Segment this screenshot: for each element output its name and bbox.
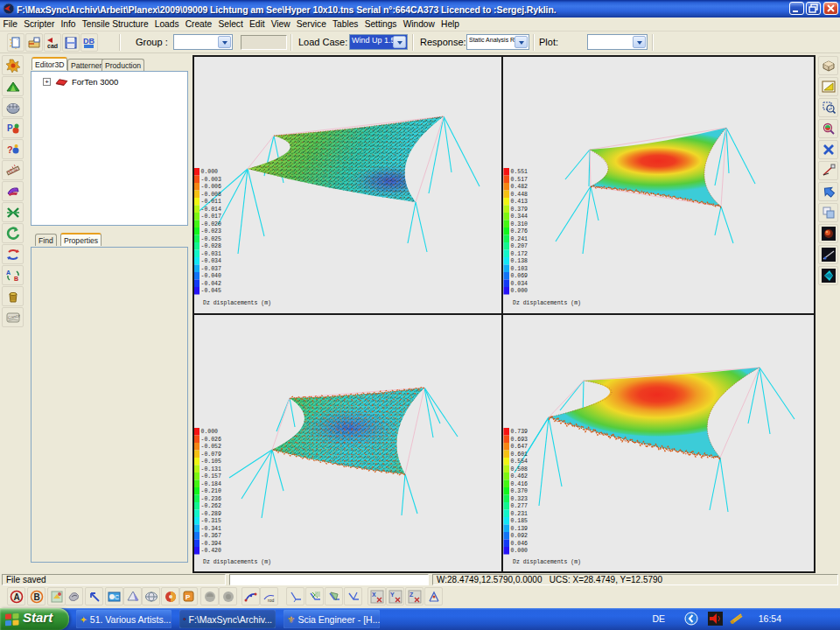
svg-text:-0.341: -0.341 (201, 526, 222, 532)
svg-text:0.739: 0.739 (511, 429, 528, 435)
svg-text:-0.045: -0.045 (201, 288, 222, 294)
svg-text:0.103: 0.103 (511, 266, 528, 272)
svg-text:A: A (6, 270, 10, 276)
svg-text:A: A (13, 592, 19, 601)
svg-text:-0.008: -0.008 (201, 192, 222, 198)
svg-text:-0.040: -0.040 (201, 273, 222, 279)
svg-text:-0.236: -0.236 (201, 496, 222, 502)
svg-text:Z: Z (410, 592, 414, 598)
svg-text:0.379: 0.379 (511, 206, 528, 213)
svg-text:Dz displacements (m): Dz displacements (m) (513, 300, 581, 306)
svg-text:-0.034: -0.034 (201, 258, 222, 264)
svg-text:0.462: 0.462 (511, 473, 528, 480)
svg-text:cad: cad (47, 43, 58, 49)
svg-text:-0.028: -0.028 (201, 243, 222, 249)
svg-text:0.554: 0.554 (511, 458, 528, 465)
svg-text:-0.031: -0.031 (201, 251, 222, 257)
svg-text:?: ? (7, 144, 13, 155)
svg-text:-0.052: -0.052 (201, 444, 222, 450)
svg-text:-0.023: -0.023 (201, 228, 222, 234)
svg-text:-0.131: -0.131 (201, 466, 222, 472)
svg-text:0.601: 0.601 (511, 452, 528, 458)
svg-text:0.092: 0.092 (511, 533, 528, 539)
svg-text:-0.017: -0.017 (201, 214, 222, 220)
svg-text:-0.079: -0.079 (201, 452, 222, 458)
svg-text:-0.420: -0.420 (201, 548, 222, 554)
svg-text:0.413: 0.413 (511, 199, 528, 205)
svg-text:0.000: 0.000 (511, 288, 528, 294)
svg-text:-0.105: -0.105 (201, 458, 222, 465)
svg-text:-0.184: -0.184 (201, 481, 222, 487)
svg-text:0.323: 0.323 (511, 496, 528, 502)
svg-text:0.138: 0.138 (511, 258, 528, 264)
svg-text:0.185: 0.185 (511, 518, 528, 524)
svg-text:-0.037: -0.037 (201, 266, 222, 272)
svg-text:Y: Y (390, 592, 395, 598)
svg-text:0.207: 0.207 (511, 243, 528, 249)
svg-text:X: X (372, 592, 376, 598)
svg-text:0.172: 0.172 (511, 251, 528, 257)
svg-text:0.034: 0.034 (511, 281, 528, 287)
svg-text:Dz displacements (m): Dz displacements (m) (203, 300, 271, 306)
svg-text:-0.026: -0.026 (201, 437, 222, 443)
svg-text:0.277: 0.277 (511, 503, 528, 509)
svg-text:0.000: 0.000 (201, 429, 219, 435)
svg-text:0.508: 0.508 (511, 466, 528, 472)
svg-text:-0.394: -0.394 (201, 541, 222, 547)
svg-text:-0.042: -0.042 (201, 281, 222, 287)
svg-text:-0.003: -0.003 (201, 177, 222, 183)
svg-text:0.448: 0.448 (511, 192, 528, 198)
svg-text:DB: DB (83, 37, 94, 46)
svg-text:0.139: 0.139 (511, 526, 528, 532)
svg-text:0.310: 0.310 (511, 221, 528, 228)
svg-text:-0.210: -0.210 (201, 488, 222, 494)
svg-text:0.241: 0.241 (511, 236, 528, 242)
svg-text:0.344: 0.344 (511, 214, 528, 220)
svg-text:P: P (186, 593, 191, 601)
svg-text:0.551: 0.551 (511, 169, 528, 175)
svg-text:rod: rod (268, 598, 274, 603)
svg-text:-0.006: -0.006 (201, 184, 222, 190)
svg-text:-0.157: -0.157 (201, 473, 222, 480)
svg-text:0.370: 0.370 (511, 488, 528, 494)
svg-text:0.000: 0.000 (511, 548, 528, 554)
svg-text:0.046: 0.046 (511, 541, 528, 547)
svg-text:0.416: 0.416 (511, 481, 528, 487)
svg-text:0.647: 0.647 (511, 444, 528, 450)
svg-text:-0.011: -0.011 (201, 199, 222, 205)
svg-text:0.517: 0.517 (511, 177, 528, 183)
svg-text:0.000: 0.000 (201, 169, 219, 175)
svg-text:Dz displacements (m): Dz displacements (m) (203, 559, 271, 565)
svg-text:-0.367: -0.367 (201, 533, 222, 539)
svg-text:0.069: 0.069 (511, 273, 528, 279)
svg-text:B: B (14, 276, 18, 282)
svg-text:-0.315: -0.315 (201, 518, 222, 524)
svg-text:P: P (7, 123, 13, 133)
svg-text:0.276: 0.276 (511, 228, 528, 234)
svg-text:Dz displacements (m): Dz displacements (m) (513, 559, 581, 565)
svg-text:-0.289: -0.289 (201, 511, 222, 517)
svg-text:-0.262: -0.262 (201, 503, 222, 509)
svg-text:-0.025: -0.025 (201, 236, 222, 242)
svg-text:0.231: 0.231 (511, 511, 528, 517)
svg-text:-0.020: -0.020 (201, 221, 222, 228)
svg-text:B: B (33, 592, 39, 601)
svg-text:-0.014: -0.014 (201, 206, 222, 213)
svg-text:C: C (115, 594, 119, 600)
svg-text:0.693: 0.693 (511, 437, 528, 443)
svg-text:0.482: 0.482 (511, 184, 528, 190)
